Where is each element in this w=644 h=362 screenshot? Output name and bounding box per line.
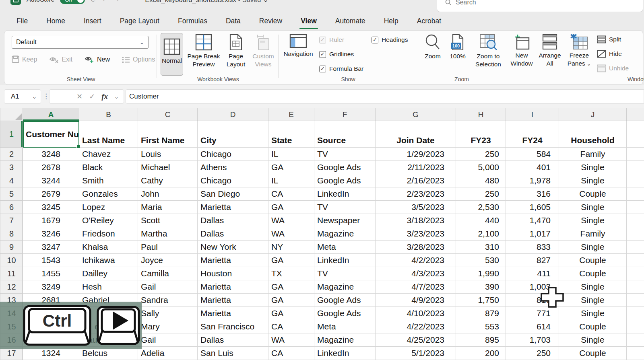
cell[interactable]: Martha [138,227,198,241]
cell[interactable]: 1/29/2023 [376,148,456,161]
cell[interactable]: Dallas [198,333,268,347]
cell[interactable]: 1455 [23,267,79,280]
cell[interactable]: 1,605 [506,201,559,214]
insert-function-icon[interactable]: fx [101,92,108,101]
cell[interactable]: 390 [456,280,506,294]
cell[interactable]: TX [268,267,314,280]
cell[interactable]: Marietta [198,254,268,267]
select-all-corner[interactable] [0,108,23,121]
cell[interactable] [627,174,644,187]
cell[interactable]: 584 [506,148,559,161]
cell[interactable]: Dallas [198,214,268,227]
cell[interactable]: 5,000 [456,161,506,174]
cell[interactable]: 4/3/2023 [376,267,456,280]
options-button[interactable]: Options [122,56,155,63]
hide-button[interactable]: Hide [597,50,622,58]
row-header-9[interactable]: 9 [0,241,23,254]
cell[interactable]: 3/18/2023 [376,214,456,227]
cell[interactable]: Newspaper [314,214,376,227]
cell[interactable]: Couple [559,187,627,201]
cell[interactable]: GA [268,307,314,320]
cancel-entry-icon[interactable]: ✕ [76,92,83,101]
cell[interactable]: 3247 [23,241,79,254]
cell[interactable] [627,333,644,347]
row-header-7[interactable]: 7 [0,214,23,227]
cell[interactable]: 1,017 [506,227,559,241]
header-cell[interactable]: State [268,121,314,148]
cell[interactable]: 2,530 [456,201,506,214]
cell[interactable]: Houston [198,267,268,280]
cell[interactable]: 4/25/2023 [376,333,456,347]
cell[interactable]: Chavez [79,148,138,161]
row-header-12[interactable]: 12 [0,280,23,294]
exit-button[interactable]: Exit [49,56,72,63]
cell[interactable]: Lopez [79,201,138,214]
cell[interactable]: GA [268,201,314,214]
cell[interactable]: Single [559,214,627,227]
cell[interactable]: Single [559,294,627,307]
column-header-partial[interactable] [627,108,644,121]
cell[interactable]: 2/11/2023 [376,161,456,174]
cell[interactable]: Black [79,161,138,174]
cell[interactable]: Single [559,307,627,320]
cell[interactable]: 4/9/2023 [376,294,456,307]
tab-acrobat[interactable]: Acrobat [408,12,450,30]
cell[interactable] [627,121,644,148]
column-header-E[interactable]: E [268,108,314,121]
tab-page-layout[interactable]: Page Layout [111,12,169,30]
cell[interactable]: Couple [559,320,627,333]
cell[interactable]: Magazine [314,280,376,294]
header-cell[interactable]: City [198,121,268,148]
cell[interactable]: Paul [138,241,198,254]
tab-home[interactable]: Home [37,12,74,30]
cell[interactable]: Dailley [79,267,138,280]
cell[interactable]: Gonzales [79,187,138,201]
cell[interactable]: 1,703 [506,333,559,347]
formula-input[interactable]: Customer [126,89,644,104]
cell[interactable]: Family [559,227,627,241]
cell[interactable]: 614 [506,320,559,333]
cell[interactable]: Marietta [198,280,268,294]
row-header-10[interactable]: 10 [0,254,23,267]
cell[interactable]: 411 [506,267,559,280]
arrange-all-button[interactable]: ArrangeAll [537,34,563,68]
cell[interactable]: CA [268,187,314,201]
keep-button[interactable]: Keep [12,56,37,63]
cell[interactable] [627,267,644,280]
cell[interactable]: 2,100 [456,227,506,241]
cell[interactable]: 3245 [23,201,79,214]
column-header-I[interactable]: I [506,108,559,121]
cell[interactable]: Couple [559,254,627,267]
cell[interactable] [627,294,644,307]
freeze-panes-button[interactable]: ✱ FreezePanes ⌄ [565,34,594,68]
cell[interactable]: 3244 [23,174,79,187]
ruler-checkbox[interactable]: ✓Ruler [319,36,344,43]
cell[interactable]: Magazine [314,227,376,241]
save-icon[interactable]: ⟳ [91,0,96,4]
header-cell[interactable]: Last Name [79,121,138,148]
cell[interactable]: Couple [559,347,627,360]
cell[interactable]: 250 [456,148,506,161]
cell[interactable]: Single [559,174,627,187]
cell[interactable]: 2/16/2023 [376,174,456,187]
cell[interactable]: John [138,187,198,201]
cell[interactable]: 200 [456,347,506,360]
cell[interactable] [627,347,644,360]
cell[interactable]: TV [314,148,376,161]
formula-bar-grip[interactable]: ⋮ [43,92,50,101]
cell[interactable] [627,227,644,241]
column-header-A[interactable]: A [23,108,79,121]
column-header-F[interactable]: F [314,108,376,121]
cell[interactable]: 3/5/2023 [376,201,456,214]
cell[interactable]: Meta [314,241,376,254]
cell[interactable]: Single [559,280,627,294]
cell[interactable]: Chicago [198,148,268,161]
document-title[interactable]: Excel_keyboard_shortcuts.xlsx • Saved ⌄ [145,0,268,4]
column-header-H[interactable]: H [456,108,506,121]
cell[interactable]: Meta [314,320,376,333]
cell[interactable]: New York [198,241,268,254]
cell[interactable]: Marietta [198,294,268,307]
column-header-J[interactable]: J [559,108,627,121]
autosave-toggle[interactable]: On [60,0,85,4]
cell[interactable]: Camilla [138,267,198,280]
